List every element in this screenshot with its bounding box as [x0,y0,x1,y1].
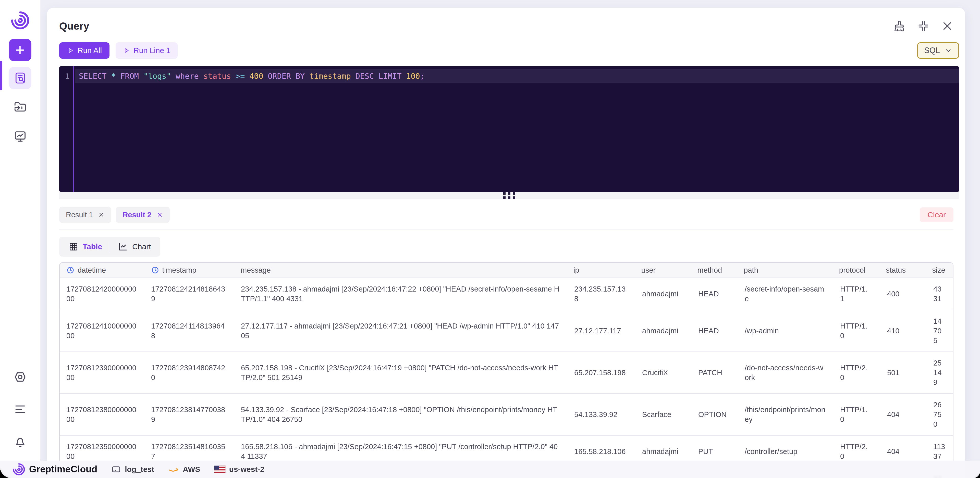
run-all-button[interactable]: Run All [59,42,110,59]
cell-message: 65.207.158.198 - CrucifiX [23/Sep/2024:1… [233,357,568,389]
close-icon [156,211,163,218]
table-grid-icon [68,241,79,252]
column-header-message[interactable]: message [233,263,567,278]
run-line-label: Run Line 1 [134,46,170,55]
table-header-row: datetimetimestampmessageipusermethodpath… [60,263,953,278]
view-toggle: Table Chart [59,237,160,257]
sidebar-bottom-group [9,366,32,453]
cell-method: PATCH [690,362,738,384]
close-result-2-button[interactable] [156,211,163,218]
greptime-spiral-icon [12,462,26,476]
close-panel-button[interactable] [941,20,953,32]
run-line-button[interactable]: Run Line 1 [116,42,178,59]
cell-message: 54.133.39.92 - Scarface [23/Sep/2024:16:… [233,399,568,430]
tab-table-view[interactable]: Table [61,241,110,252]
list-icon [13,402,27,416]
tab-chart-view[interactable]: Chart [110,241,159,252]
cell-user: ahmadajmi [635,283,690,305]
active-nav-indicator [0,61,2,90]
cell-datetime: 1727081238000000000 [60,399,144,430]
service-name: log_test [125,465,154,474]
close-result-1-button[interactable] [98,211,105,218]
cell-size: 25149 [926,352,953,393]
brand-name: GreptimeCloud [29,464,97,475]
column-label: datetime [78,266,106,275]
us-flag-icon [214,465,226,473]
cell-path: /this/endpoint/prints/money [738,399,832,430]
language-select[interactable]: SQL [917,42,959,59]
column-label: ip [573,266,579,275]
drag-grip-icon [503,192,515,199]
greptime-spiral-icon [10,10,31,31]
folder-input-icon [13,100,27,114]
column-header-status[interactable]: status [878,263,924,278]
table-row: 1727081241000000000172708124114813964827… [60,310,953,351]
service-selector[interactable]: log_test [111,464,154,475]
table-view-label: Table [83,242,102,251]
line-chart-icon [118,241,128,252]
cloud-provider: AWS [168,464,200,475]
query-panel: Query [47,8,965,478]
editor-gutter: 1 [59,66,74,192]
logs-menu-button[interactable] [9,398,32,420]
column-label: method [697,266,722,275]
cell-protocol: HTTP/1.0 [832,399,880,430]
result-tab-1[interactable]: Result 1 [59,206,111,223]
app-root: + [0,0,980,478]
cell-status: 400 [880,283,926,305]
provider-name: AWS [183,465,200,474]
sql-editor[interactable]: 1 SELECT * FROM "logs" where status >= 4… [59,66,959,192]
column-header-timestamp[interactable]: timestamp [144,263,233,278]
column-header-path[interactable]: path [737,263,832,278]
cell-ip: 65.207.158.198 [568,362,635,384]
cell-path: /wp-admin [738,320,832,342]
cell-ip: 54.133.39.92 [568,403,635,426]
cell-datetime: 1727081239000000000 [60,357,144,389]
greptime-logo[interactable] [10,10,31,31]
document-search-icon [14,71,27,85]
cell-ip: 165.58.218.106 [568,440,635,462]
sidebar-item-dashboard[interactable] [9,125,32,148]
column-label: status [886,266,906,275]
cell-timestamp: 1727081242148186439 [144,278,233,310]
sidebar: + [0,0,40,478]
monitor-chart-icon [13,129,27,143]
brand: GreptimeCloud [12,462,97,476]
result-tab-label: Result 2 [123,211,151,219]
cell-user: Scarface [635,403,690,426]
new-query-button[interactable]: + [9,39,32,61]
clear-editor-button[interactable] [893,20,905,32]
column-header-ip[interactable]: ip [567,263,634,278]
column-header-datetime[interactable]: datetime [60,263,144,278]
column-header-method[interactable]: method [690,263,737,278]
editor-resize-handle[interactable] [59,192,959,199]
table-row: 1727081242000000000172708124214818643923… [60,278,953,310]
result-tab-label: Result 1 [66,211,93,219]
cell-timestamp: 1727081238147700389 [144,399,233,430]
column-label: message [241,266,271,275]
cell-timestamp: 1727081239148087420 [144,357,233,389]
cell-method: HEAD [690,320,738,342]
column-header-protocol[interactable]: protocol [832,263,878,278]
sidebar-item-ingest[interactable] [9,96,32,118]
notifications-button[interactable] [9,430,32,453]
clear-results-button[interactable]: Clear [920,207,953,222]
column-header-size[interactable]: size [924,263,953,278]
settings-gear-icon [13,370,27,384]
panel-header: Query [59,20,959,32]
status-bar: GreptimeCloud log_test AWS us-west-2 [0,461,980,478]
column-header-user[interactable]: user [634,263,690,278]
region-name: us-west-2 [229,465,264,474]
cell-status: 404 [880,440,926,462]
collapse-panel-button[interactable] [917,20,929,32]
settings-button[interactable] [9,366,32,388]
result-tab-2[interactable]: Result 2 [116,206,170,223]
cell-path: /secret-info/open-sesame [738,278,832,310]
cell-path: /controller/setup [738,440,832,462]
column-label: path [744,266,758,275]
sql-code-line: SELECT * FROM "logs" where status >= 400… [75,69,959,83]
cell-method: OPTION [690,403,738,426]
clock-icon [66,266,75,274]
sidebar-item-query[interactable] [9,67,32,89]
table-body: 1727081242000000000172708124214818643923… [60,278,953,478]
